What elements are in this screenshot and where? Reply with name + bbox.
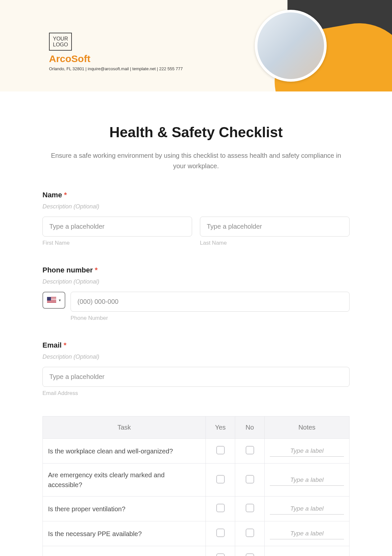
notes-input[interactable] bbox=[270, 445, 344, 457]
col-yes: Yes bbox=[206, 417, 235, 439]
email-sublabel: Email Address bbox=[42, 390, 350, 397]
col-notes: Notes bbox=[265, 417, 350, 439]
yes-checkbox[interactable] bbox=[216, 446, 225, 454]
chevron-down-icon: ▾ bbox=[59, 298, 61, 303]
notes-input[interactable] bbox=[270, 553, 344, 556]
field-phone: Phone number * Description (Optional) ▾ … bbox=[42, 266, 350, 321]
country-code-select[interactable]: ▾ bbox=[42, 292, 65, 309]
no-checkbox[interactable] bbox=[246, 504, 254, 512]
yes-checkbox[interactable] bbox=[216, 475, 225, 483]
table-row: Is the necessary PPE available? bbox=[43, 521, 350, 546]
logo-line1: YOUR bbox=[53, 36, 68, 41]
field-name: Name * Description (Optional) First Name… bbox=[42, 191, 350, 246]
name-label: Name bbox=[42, 191, 62, 199]
phone-desc: Description (Optional) bbox=[42, 278, 350, 285]
phone-sublabel: Phone Number bbox=[71, 315, 350, 321]
required-mark: * bbox=[95, 266, 98, 274]
yes-checkbox[interactable] bbox=[216, 553, 225, 556]
first-name-input[interactable] bbox=[42, 217, 192, 237]
page-subtitle: Ensure a safe working environment by usi… bbox=[42, 150, 350, 171]
field-email: Email * Description (Optional) Email Add… bbox=[42, 341, 350, 397]
email-label: Email bbox=[42, 341, 62, 349]
yes-checkbox[interactable] bbox=[216, 504, 225, 512]
name-desc: Description (Optional) bbox=[42, 203, 350, 210]
yes-checkbox[interactable] bbox=[216, 529, 225, 537]
task-cell: Is the PPE properly maintained? bbox=[43, 546, 206, 556]
table-row: Is the PPE properly maintained? bbox=[43, 546, 350, 556]
col-no: No bbox=[235, 417, 265, 439]
task-cell: Is the workplace clean and well-organize… bbox=[43, 439, 206, 464]
no-checkbox[interactable] bbox=[246, 475, 254, 483]
notes-input[interactable] bbox=[270, 528, 344, 539]
page-title: Health & Safety Checklist bbox=[42, 124, 350, 140]
decorative-shapes bbox=[222, 0, 392, 91]
task-cell: Is there proper ventilation? bbox=[43, 497, 206, 521]
brand-meta: Orlando, FL 32801 | inquire@arcosoft.mai… bbox=[49, 66, 183, 71]
email-input[interactable] bbox=[42, 367, 350, 387]
us-flag-icon bbox=[47, 297, 56, 303]
brand-name: ArcoSoft bbox=[49, 53, 183, 64]
logo-line2: LOGO bbox=[53, 42, 68, 47]
task-cell: Are emergency exits clearly marked and a… bbox=[43, 464, 206, 497]
notes-input[interactable] bbox=[270, 474, 344, 486]
col-task: Task bbox=[43, 417, 206, 439]
phone-label: Phone number bbox=[42, 266, 93, 274]
hero-photo bbox=[255, 10, 327, 82]
table-row: Is the workplace clean and well-organize… bbox=[43, 439, 350, 464]
checklist-table: Task Yes No Notes Is the workplace clean… bbox=[42, 416, 350, 556]
table-row: Is there proper ventilation? bbox=[43, 497, 350, 521]
no-checkbox[interactable] bbox=[246, 553, 254, 556]
phone-input[interactable] bbox=[71, 292, 350, 312]
last-name-sublabel: Last Name bbox=[200, 240, 350, 246]
header-banner: YOUR LOGO ArcoSoft Orlando, FL 32801 | i… bbox=[0, 0, 392, 91]
no-checkbox[interactable] bbox=[246, 529, 254, 537]
logo-placeholder: YOUR LOGO bbox=[49, 33, 72, 51]
required-mark: * bbox=[64, 191, 67, 199]
notes-input[interactable] bbox=[270, 503, 344, 515]
required-mark: * bbox=[64, 341, 67, 349]
no-checkbox[interactable] bbox=[246, 446, 254, 454]
email-desc: Description (Optional) bbox=[42, 353, 350, 360]
table-row: Are emergency exits clearly marked and a… bbox=[43, 464, 350, 497]
task-cell: Is the necessary PPE available? bbox=[43, 521, 206, 546]
last-name-input[interactable] bbox=[200, 217, 350, 237]
first-name-sublabel: First Name bbox=[42, 240, 192, 246]
